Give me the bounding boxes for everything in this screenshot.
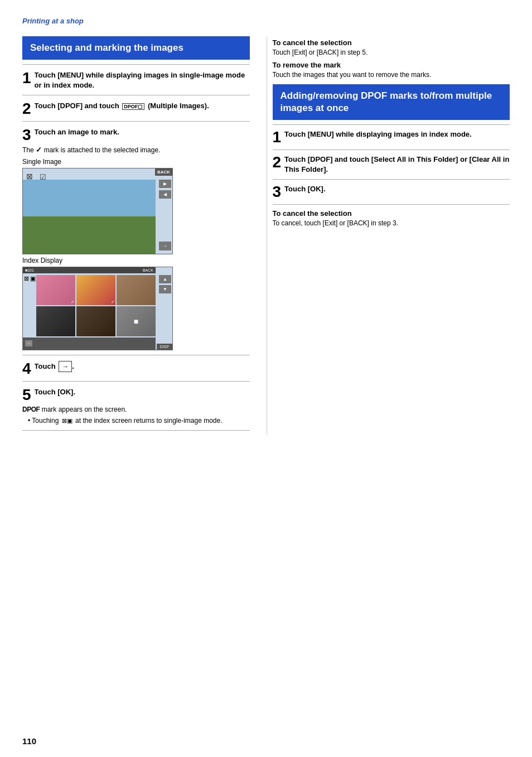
right-step-2-block: 2 Touch [DPOF] and touch [Select All in … (273, 155, 510, 175)
right-step-3-num: 3 (273, 184, 282, 200)
camera-icon-index: ⊠ (24, 275, 29, 282)
cancel-selection-2-body: To cancel, touch [Exit] or [BACK] in ste… (273, 219, 510, 228)
index-cell-2: ✓ (76, 275, 115, 305)
divider-2 (22, 121, 250, 122)
cancel-selection-1-title: To cancel the selection (273, 38, 510, 47)
single-image-label: Single Image (22, 158, 250, 166)
step-5-text: Touch [OK]. (35, 386, 250, 397)
step-3-body1: The (22, 146, 34, 154)
index-cell-4 (36, 306, 75, 336)
step-5-bullet-text1: Touching (32, 417, 59, 425)
folder-label: ■101 (25, 268, 34, 272)
step-3-num: 3 (22, 127, 31, 143)
step-5-block: 5 Touch [OK]. DPOF mark appears on the s… (22, 386, 250, 426)
index-icons-left: ⊠ ▣ (24, 275, 36, 282)
arrow-right-btn-single: → (159, 242, 171, 250)
camera-index-icon: ⊠▣ (62, 417, 72, 424)
step-3-checkmark: ✓ (36, 146, 44, 154)
step-3-text: Touch an image to mark. (35, 126, 250, 137)
back-button-single: BACK (155, 168, 172, 176)
section-title-adding: Adding/removing DPOF marks to/from multi… (273, 84, 510, 120)
right-step-2-text: Touch [DPOF] and touch [Select All in Th… (284, 155, 510, 175)
step-3-body: The ✓ mark is attached to the selected i… (22, 145, 250, 155)
step-4-num: 4 (22, 361, 31, 377)
step-1-num: 1 (22, 70, 31, 86)
step-2-dpof-icon: DPOF▢ (122, 103, 144, 110)
divider-after-title (22, 64, 250, 65)
step-5-body1: mark appears on the screen. (42, 406, 127, 413)
index-cell-6: ■ (117, 306, 156, 336)
divider-1 (22, 95, 250, 95)
right-step-3-text: Touch [OK]. (284, 184, 510, 194)
step-5-bullet-text2: at the index screen returns to single-im… (75, 417, 222, 425)
step-2-text-main: Touch [DPOF] and touch (35, 102, 119, 110)
next-btn: ▶ (159, 180, 171, 188)
right-column: To cancel the selection Touch [Exit] or … (267, 36, 510, 435)
index-cell-1: ✓ (36, 275, 75, 305)
step-2-text: Touch [DPOF] and touch DPOF▢ (Multiple I… (35, 100, 250, 111)
index-cell-5 (76, 306, 115, 336)
step-3-block: 3 Touch an image to mark. The ✓ mark is … (22, 126, 250, 350)
left-column: Selecting and marking the images 1 Touch… (22, 36, 267, 435)
divider-4 (22, 381, 250, 382)
right-divider-3 (273, 179, 510, 180)
step-2-text2: (Multiple Images). (148, 102, 209, 110)
right-step-1-num: 1 (273, 129, 282, 145)
index-cell-3 (117, 275, 156, 305)
index-bottom-icon: → (25, 340, 32, 346)
right-divider-1 (273, 124, 510, 125)
step-5-num: 5 (22, 387, 31, 403)
cancel-selection-2-title: To cancel the selection (273, 209, 510, 218)
disp-button: DISP (157, 344, 172, 350)
header-title: Printing at a shop (22, 17, 510, 25)
step-4-arrow-icon: → (59, 361, 72, 373)
index-right-buttons: ▲ ▼ (159, 275, 171, 293)
page-number: 110 (22, 736, 36, 746)
step-3-body2: mark is attached to the selected image. (44, 146, 161, 154)
two-column-layout: Selecting and marking the images 1 Touch… (22, 36, 510, 435)
step-2-block: 2 Touch [DPOF] and touch DPOF▢ (Multiple… (22, 100, 250, 117)
section-title-selecting: Selecting and marking the images (22, 36, 250, 60)
index-down-btn: ▼ (159, 285, 171, 293)
index-grid: ✓ ✓ ■ (36, 275, 156, 336)
single-image-screenshot: BACK ⊠ ☑ ▶ ◀ → (22, 168, 173, 254)
prev-btn: ◀ (159, 190, 171, 199)
right-step-1-block: 1 Touch [MENU] while displaying images i… (273, 129, 510, 145)
step-2-num: 2 (22, 101, 31, 117)
dpof-mark-label: DPOF (22, 406, 40, 413)
remove-mark-body: Touch the images that you want to remove… (273, 70, 510, 80)
cell-check-1: ✓ (71, 300, 75, 305)
step-4-text: Touch →. (35, 360, 250, 373)
index-up-btn: ▲ (159, 275, 171, 283)
step-4-text-main: Touch (35, 362, 56, 370)
back-label-index: BACK (143, 268, 153, 272)
index-display-label: Index Display (22, 257, 250, 264)
step-5-bullet: • Touching ⊠▣ at the index screen return… (28, 416, 250, 426)
page: Printing at a shop Selecting and marking… (0, 0, 532, 757)
index-display-screenshot: ■101 BACK ⊠ ▣ ✓ ✓ (22, 267, 173, 350)
divider-3 (22, 355, 250, 355)
step-5-body: DPOF mark appears on the screen. (22, 405, 250, 414)
index-header-bar: ■101 BACK (23, 267, 156, 273)
right-step-1-text: Touch [MENU] while displaying images in … (284, 129, 510, 139)
landscape-image (23, 180, 156, 254)
right-buttons-single: ▶ ◀ (159, 180, 171, 199)
right-step-3-block: 3 Touch [OK]. (273, 184, 510, 200)
folder-icon-index: ▣ (30, 275, 36, 282)
step-1-text: Touch [MENU] while displaying images in … (35, 69, 250, 90)
index-bottom-bar: → (23, 337, 156, 350)
divider-5 (22, 430, 250, 431)
right-step-2-num: 2 (273, 155, 282, 170)
right-divider-4 (273, 204, 510, 205)
cancel-selection-1-body: Touch [Exit] or [BACK] in step 5. (273, 48, 510, 57)
step-4-block: 4 Touch →. (22, 360, 250, 377)
right-divider-2 (273, 150, 510, 150)
remove-mark-title: To remove the mark (273, 61, 510, 69)
cell-check-2: ✓ (111, 300, 115, 305)
step-1-block: 1 Touch [MENU] while displaying images i… (22, 69, 250, 90)
